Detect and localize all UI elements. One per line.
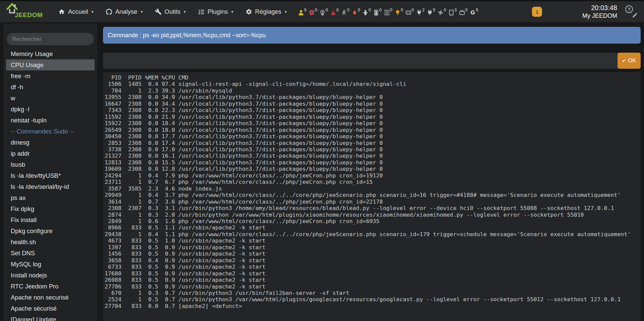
edit-pencil-icon[interactable] bbox=[632, 12, 638, 18]
siren-icon[interactable]: 0 bbox=[330, 10, 339, 15]
status-count-badge: 0 bbox=[465, 8, 468, 12]
sidebar-item[interactable]: ls -la /dev/serial/by-id bbox=[6, 181, 95, 192]
main-content: Commande : ps -eo pid,ppid,%mem,%cpu,cmd… bbox=[103, 23, 641, 321]
sidebar-item[interactable]: Apache sécurisé bbox=[6, 303, 95, 314]
chevron-down-icon: ▾ bbox=[285, 9, 287, 14]
console-output-panel: PID PPID %MEM %CPU CMD 1506 1485 0.4 97.… bbox=[103, 72, 641, 321]
menu-outils[interactable]: Outils▾ bbox=[155, 8, 186, 15]
status-count-badge: 0 bbox=[444, 8, 447, 12]
chevron-down-icon: ▾ bbox=[184, 9, 186, 14]
sidebar-item[interactable]: netstat -tupln bbox=[6, 115, 95, 126]
status-count-badge: 0 bbox=[358, 8, 361, 12]
command-input[interactable] bbox=[103, 53, 619, 69]
status-count-badge: 0 bbox=[412, 8, 415, 12]
status-count-badge: 2 bbox=[422, 8, 425, 12]
status-count-badge: 0 bbox=[347, 8, 350, 12]
sidebar-item[interactable]: -- Commandes Sudo -- bbox=[6, 126, 95, 137]
sidebar-item[interactable]: Set DNS bbox=[6, 248, 95, 259]
menu-outils-label: Outils bbox=[165, 8, 180, 15]
tv-icon[interactable]: 0 bbox=[459, 10, 468, 15]
stethoscope-icon bbox=[106, 8, 112, 15]
sidebar-item[interactable]: health.sh bbox=[6, 236, 95, 248]
status-count-badge: 5 bbox=[304, 8, 307, 12]
fan-icon[interactable]: 0 bbox=[438, 10, 446, 15]
help-area[interactable]: ? bbox=[625, 5, 639, 19]
menu-reglages[interactable]: Réglages▾ bbox=[246, 8, 287, 15]
menu-accueil-label: Accueil bbox=[68, 8, 88, 15]
power-plug-icon[interactable]: 5 bbox=[427, 10, 436, 15]
status-count-badge: 0 bbox=[315, 8, 318, 12]
sidebar-item[interactable]: [Danger] Update bbox=[6, 314, 95, 321]
door-icon[interactable]: 0 bbox=[373, 10, 382, 15]
menu-analyse-label: Analyse bbox=[115, 8, 138, 15]
sidebar-item[interactable]: ls -la /dev/ttyUSB* bbox=[6, 170, 95, 181]
flame-icon[interactable]: 0 bbox=[352, 10, 361, 15]
status-count-badge: 3 bbox=[454, 8, 458, 12]
sidebar-item[interactable]: RTC Jeedom Pro bbox=[6, 281, 95, 292]
command-list: Memory UsageCPU Usagefree -mdf -hwdpkg -… bbox=[3, 48, 97, 321]
command-banner: Commande : ps -eo pid,ppid,%mem,%cpu,cmd… bbox=[103, 27, 641, 44]
update-count-badge[interactable]: 1 bbox=[532, 7, 542, 17]
sidebar-item[interactable]: ip addr bbox=[6, 148, 95, 159]
status-count-badge: 0 bbox=[326, 8, 329, 12]
status-count-badge: 0 bbox=[379, 8, 382, 12]
menu-accueil[interactable]: Accueil▾ bbox=[58, 8, 94, 15]
user-icon[interactable]: 5 bbox=[298, 10, 307, 15]
sidebar-item[interactable]: Memory Usage bbox=[6, 48, 95, 59]
sidebar-item[interactable]: ps ax bbox=[6, 192, 95, 203]
light-icon[interactable]: 0 bbox=[395, 10, 404, 15]
sidebar-item[interactable]: lsusb bbox=[6, 159, 95, 170]
top-navbar: JEEDOM Accueil▾Analyse▾Outils▾Plugins▾Ré… bbox=[0, 0, 644, 22]
tablet-icon[interactable]: 3 bbox=[448, 10, 457, 15]
clock-block: 20:03:48 My JEEDOM bbox=[582, 3, 617, 20]
ok-button[interactable]: ✔ OK bbox=[618, 53, 641, 69]
status-count-badge: 5 bbox=[476, 8, 479, 12]
search-input[interactable] bbox=[7, 36, 94, 43]
status-count-badge: 0 bbox=[369, 8, 372, 12]
status-count-badge: 5 bbox=[433, 8, 436, 12]
chevron-down-icon: ▾ bbox=[231, 9, 233, 14]
jeedom-logo[interactable]: JEEDOM bbox=[3, 1, 46, 22]
status-count-badge: 0 bbox=[390, 8, 393, 12]
sidebar-item[interactable]: df -h bbox=[6, 82, 95, 93]
home-icon bbox=[58, 8, 65, 15]
gear-icon bbox=[246, 8, 252, 15]
status-count-badge: 0 bbox=[336, 8, 339, 12]
chevron-down-icon: ▾ bbox=[92, 9, 94, 14]
instance-name: My JEEDOM bbox=[582, 12, 617, 20]
sidebar-item[interactable]: Install nodejs bbox=[6, 270, 95, 281]
main-menu: Accueil▾Analyse▾Outils▾Plugins▾Réglages▾ bbox=[46, 8, 287, 15]
shield-icon[interactable]: 0 bbox=[309, 10, 318, 15]
command-sidebar: Memory UsageCPU Usagefree -mdf -hwdpkg -… bbox=[3, 23, 97, 321]
ps-output-text: PID PPID %MEM %CPU CMD 1506 1485 0.4 97.… bbox=[105, 74, 641, 309]
search-box bbox=[7, 33, 94, 45]
menu-plugins[interactable]: Plugins▾ bbox=[198, 8, 233, 15]
hydrant-icon[interactable]: 0 bbox=[363, 10, 371, 15]
chevron-down-icon: ▾ bbox=[141, 9, 143, 14]
ok-button-label: OK bbox=[628, 57, 636, 64]
svg-text:G: G bbox=[471, 10, 475, 15]
sidebar-item[interactable]: CPU Usage bbox=[6, 59, 95, 70]
sidebar-item[interactable]: dmesg bbox=[6, 137, 95, 148]
sidebar-item[interactable]: Apache non securisé bbox=[6, 292, 95, 303]
plug-icon[interactable]: 2 bbox=[416, 10, 425, 15]
sidebar-item[interactable]: Dpkg configure bbox=[6, 225, 95, 236]
motion-icon[interactable]: 0 bbox=[341, 10, 350, 15]
outlet-icon[interactable]: 0 bbox=[406, 10, 414, 15]
shutter-icon[interactable]: 0 bbox=[384, 10, 393, 15]
command-input-row: ✔ OK bbox=[103, 53, 641, 69]
menu-plugins-label: Plugins bbox=[208, 8, 228, 15]
sidebar-item[interactable]: Fix install bbox=[6, 214, 95, 225]
menu-analyse[interactable]: Analyse▾ bbox=[106, 8, 143, 15]
check-icon: ✔ bbox=[622, 58, 626, 63]
sidebar-item[interactable]: dpkg -l bbox=[6, 104, 95, 115]
summary-status-bar: 5000000000025030G5 bbox=[298, 8, 481, 15]
sidebar-item[interactable]: Fix dpkg bbox=[6, 203, 95, 214]
sidebar-item[interactable]: MySQL log bbox=[6, 259, 95, 270]
wrench-icon bbox=[155, 8, 162, 15]
camera-icon[interactable]: 0 bbox=[320, 10, 328, 15]
status-count-badge: 0 bbox=[401, 8, 404, 12]
sidebar-item[interactable]: w bbox=[6, 93, 95, 104]
sidebar-item[interactable]: free -m bbox=[6, 70, 95, 82]
google-icon[interactable]: G5 bbox=[470, 10, 479, 15]
